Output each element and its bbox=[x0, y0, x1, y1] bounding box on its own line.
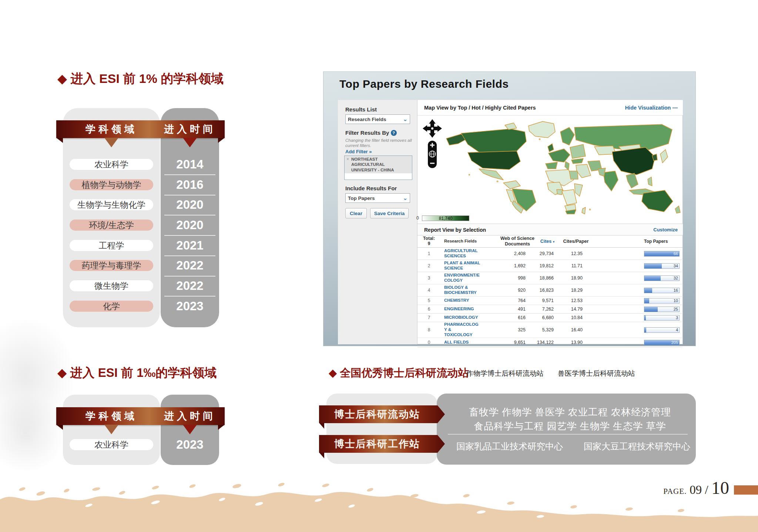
chevron-down-icon: ⌄ bbox=[403, 196, 407, 200]
customize-link[interactable]: Customize bbox=[653, 227, 678, 232]
hide-visualization-text: Hide Visualization bbox=[625, 105, 671, 111]
rank: 6 bbox=[417, 307, 440, 312]
rank: 1 bbox=[417, 251, 440, 256]
page-total: 10 bbox=[711, 478, 729, 498]
ribbon-fold bbox=[218, 138, 225, 143]
field-pill: 植物学与动物学 bbox=[70, 179, 153, 190]
ribbon-fold bbox=[218, 425, 225, 430]
include-results-label: Include Results For bbox=[345, 185, 397, 191]
table-row: 4 BIOLOGY & BIOCHEMISTRY 920 16,823 18.2… bbox=[417, 284, 683, 297]
column-header-field: 学科领域 bbox=[63, 407, 160, 425]
help-icon[interactable]: ? bbox=[391, 130, 397, 136]
top-papers-value: 32 bbox=[674, 276, 678, 281]
docs-value: 616 bbox=[499, 315, 526, 320]
results-list-value: Research Fields bbox=[348, 117, 386, 122]
table-row: 8 PHARMACOLOG Y & TOXICOLOGY 325 5,329 1… bbox=[417, 322, 683, 338]
year-value: 2020 bbox=[161, 218, 219, 232]
table-row: 2 PLANT & ANIMAL SCIENCE 1,692 19,812 11… bbox=[417, 260, 683, 272]
research-field-link[interactable]: ENVIRONMENT/E COLOGY bbox=[440, 273, 499, 283]
section-heading-esi-1permille: ◆ 进入 ESI 前 1‰的学科领域 bbox=[57, 365, 217, 381]
field-pill: 工程学 bbox=[70, 240, 153, 251]
workstation-name: 国家大豆工程技术研究中心 bbox=[584, 441, 690, 451]
station-tag: 兽医学博士后科研流动站 bbox=[558, 369, 635, 377]
top-papers-value: 4 bbox=[676, 328, 678, 332]
ribbon-fold bbox=[319, 452, 324, 458]
cpp-value: 16.40 bbox=[554, 327, 583, 332]
filter-item[interactable]: × NORTHEAST AGRICULTURAL UNIVERSITY - CH… bbox=[345, 156, 412, 173]
cites-value: 29,734 bbox=[526, 251, 554, 256]
research-field-link[interactable]: AGRICULTURAL SCIENCES bbox=[440, 248, 499, 259]
sort-arrow-icon: ▾ bbox=[553, 240, 555, 244]
cpp-value: 11.71 bbox=[554, 263, 583, 268]
filter-results-by-label: Filter Results By ? bbox=[345, 130, 397, 136]
research-field-link[interactable]: PHARMACOLOG Y & TOXICOLOGY bbox=[440, 322, 499, 337]
add-filter-link[interactable]: Add Filter » bbox=[345, 149, 372, 154]
top-papers-bar: 34 bbox=[644, 263, 680, 269]
pointer-arrow-icon bbox=[104, 138, 118, 147]
ribbon-fold bbox=[319, 423, 324, 429]
pointer-arrow-icon bbox=[183, 425, 197, 434]
col-cites-paper: Cites/Paper bbox=[559, 239, 593, 244]
research-field-link[interactable]: MICROBIOLOGY bbox=[440, 315, 499, 320]
research-field-link[interactable]: PLANT & ANIMAL SCIENCE bbox=[440, 261, 499, 271]
filter-by-text: Filter Results By bbox=[345, 130, 389, 136]
research-field-link[interactable]: ALL FIELDS bbox=[440, 340, 499, 345]
include-results-value: Top Papers bbox=[348, 195, 375, 201]
table-header-row: Total: 9 Research Fields Web of Science … bbox=[417, 235, 683, 248]
save-criteria-button[interactable]: Save Criteria bbox=[370, 208, 409, 218]
station-tag: 作物学博士后科研流动站 bbox=[466, 369, 544, 377]
year-value: 2020 bbox=[161, 197, 219, 212]
total-value: 9 bbox=[417, 241, 440, 247]
col-cites-sort[interactable]: Cites ▾ bbox=[536, 239, 559, 244]
year-separator bbox=[164, 276, 215, 277]
top-papers-value: 16 bbox=[674, 288, 678, 293]
year-value: 2014 bbox=[161, 157, 219, 172]
clear-button[interactable]: Clear bbox=[345, 208, 367, 218]
page-label: PAGE. bbox=[663, 487, 687, 496]
research-field-link[interactable]: ENGINEERING bbox=[440, 307, 499, 312]
col-total: Total: 9 bbox=[417, 236, 440, 247]
section-title: 进入 ESI 前 1% 的学科领域 bbox=[71, 71, 224, 86]
collapse-icon: — bbox=[673, 105, 678, 111]
app-title: Top Papers by Research Fields bbox=[339, 78, 509, 90]
col-top-papers: Top Papers bbox=[644, 239, 680, 244]
field-pill: 环境/生态学 bbox=[70, 220, 153, 231]
page-current: 09 bbox=[690, 483, 702, 497]
top-papers-value: 10 bbox=[674, 298, 678, 303]
rank: 8 bbox=[417, 327, 440, 332]
field-pill: 药理学与毒理学 bbox=[70, 260, 153, 271]
total-label: Total: bbox=[417, 236, 440, 241]
cpp-value: 18.90 bbox=[554, 275, 583, 281]
postdoc-disciplines-line1: 畜牧学 作物学 兽医学 农业工程 农林经济管理 bbox=[446, 406, 694, 419]
research-field-link[interactable]: CHEMISTRY bbox=[440, 298, 499, 303]
top-papers-value: 25 bbox=[674, 307, 678, 312]
diamond-bullet-icon: ◆ bbox=[57, 366, 67, 379]
results-list-dropdown[interactable]: Research Fields ⌄ bbox=[345, 114, 410, 124]
map-legend-gradient: 81,740 bbox=[422, 215, 469, 221]
map-view-title: Map View by Top / Hot / Highly Cited Pap… bbox=[424, 105, 536, 111]
legend-min-label: 0 bbox=[416, 215, 419, 221]
pointer-arrow-icon bbox=[183, 138, 197, 147]
cites-value: 18,866 bbox=[526, 275, 554, 281]
workstation-name: 国家乳品工业技术研究中心 bbox=[456, 441, 563, 451]
section-title: 进入 ESI 前 1‰的学科领域 bbox=[70, 366, 217, 379]
rank: 7 bbox=[417, 315, 440, 320]
field-pill: 微生物学 bbox=[70, 280, 153, 291]
results-list-label: Results List bbox=[345, 106, 377, 113]
cites-value: 7,262 bbox=[526, 307, 554, 312]
filter-listbox[interactable]: × NORTHEAST AGRICULTURAL UNIVERSITY - CH… bbox=[344, 155, 412, 180]
remove-filter-icon[interactable]: × bbox=[346, 157, 349, 162]
section-heading-esi-1pct: ◆ 进入 ESI 前 1% 的学科领域 bbox=[57, 70, 224, 87]
cites-value: 6,680 bbox=[526, 315, 554, 320]
include-results-dropdown[interactable]: Top Papers ⌄ bbox=[345, 193, 410, 203]
zoom-control-icon bbox=[428, 141, 437, 168]
cpp-value: 18.29 bbox=[554, 288, 583, 293]
chevron-down-icon: ⌄ bbox=[403, 117, 407, 121]
ribbon-backing-card bbox=[326, 394, 437, 464]
cpp-value: 12.35 bbox=[554, 251, 583, 256]
top-papers-value: 66 bbox=[674, 251, 678, 256]
research-field-link[interactable]: BIOLOGY & BIOCHEMISTRY bbox=[440, 285, 499, 295]
map-controls[interactable] bbox=[423, 119, 442, 170]
hide-visualization-link[interactable]: Hide Visualization — bbox=[625, 105, 678, 111]
top-papers-bar: 32 bbox=[644, 275, 680, 281]
